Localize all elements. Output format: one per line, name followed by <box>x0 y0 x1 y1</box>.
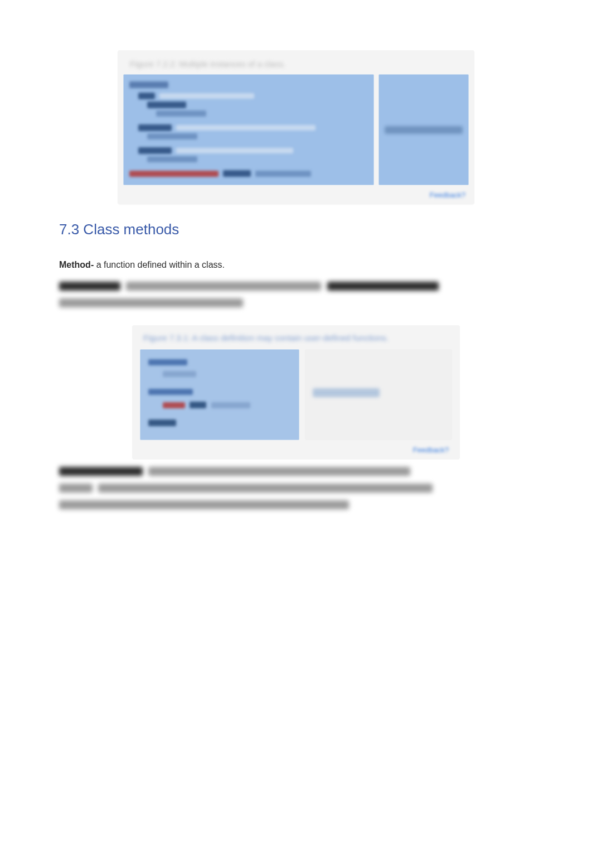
method-term: Method- <box>59 260 94 269</box>
code-line <box>190 402 206 408</box>
figure-7-2-2-body <box>123 74 469 185</box>
feedback-link[interactable]: Feedback? <box>430 191 465 199</box>
blur-text <box>59 484 93 493</box>
code-comment <box>159 93 254 99</box>
method-definition-paragraph: Method- a function defined within a clas… <box>59 258 531 272</box>
code-comment <box>176 148 293 153</box>
figure-7-3-1-code <box>140 349 299 440</box>
code-line <box>129 171 219 177</box>
blur-text <box>98 484 433 493</box>
figure-7-2-2-code <box>123 74 374 185</box>
code-comment <box>176 125 316 131</box>
figure-7-3-1-card: Figure 7.3.1: A class definition may con… <box>132 325 460 459</box>
blur-text <box>59 298 243 307</box>
code-line <box>147 133 197 139</box>
method-object-paragraph <box>59 282 531 311</box>
special-method-names-paragraph <box>59 467 531 513</box>
code-line <box>163 402 185 408</box>
code-line <box>147 102 186 108</box>
blur-bold <box>327 282 439 291</box>
output-line <box>385 126 463 134</box>
code-line <box>148 359 187 365</box>
figure-7-3-1-caption: Figure 7.3.1: A class definition may con… <box>140 331 452 349</box>
output-line <box>313 388 380 397</box>
figure-7-3-1-output <box>305 349 452 440</box>
code-line <box>223 170 251 177</box>
document-page: Figure 7.2.2: Multiple instances of a cl… <box>0 0 592 868</box>
code-line <box>148 389 193 395</box>
blur-bold <box>59 467 143 476</box>
blur-text <box>126 282 321 291</box>
figure-7-3-1-body <box>140 349 452 440</box>
code-line <box>138 124 172 131</box>
code-line <box>255 171 311 177</box>
code-line <box>211 402 250 408</box>
code-line <box>138 147 172 154</box>
figure-7-2-2-output <box>379 74 469 185</box>
blur-bold <box>59 282 120 291</box>
code-class-header <box>129 81 168 88</box>
section-heading-7-3: 7.3 Class methods <box>59 221 592 238</box>
code-line <box>138 93 155 99</box>
blur-text <box>59 500 349 509</box>
code-line <box>148 419 176 426</box>
figure-7-2-2-caption: Figure 7.2.2: Multiple instances of a cl… <box>123 56 469 74</box>
feedback-link[interactable]: Feedback? <box>413 446 449 454</box>
method-text: a function defined within a class. <box>94 260 225 269</box>
figure-7-2-2-card: Figure 7.2.2: Multiple instances of a cl… <box>118 50 474 204</box>
blur-text <box>148 467 410 476</box>
code-line <box>163 371 196 377</box>
code-line <box>147 156 197 162</box>
code-line <box>156 110 206 117</box>
